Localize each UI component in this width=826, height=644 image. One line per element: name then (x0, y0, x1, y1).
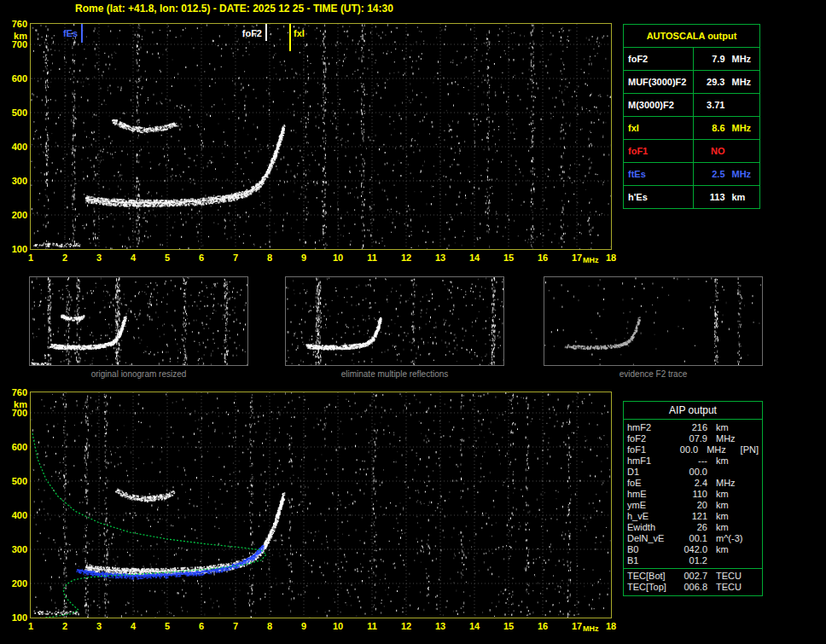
autoscala-table-row: fxI8.6MHz (624, 116, 759, 139)
aip-table-row: Ewidth26km (627, 522, 759, 533)
axis-tick-label: km (2, 399, 27, 409)
aip-name: TEC[Bot] (627, 571, 675, 582)
autoscala-table-row: foF1NO (624, 139, 759, 162)
axis-tick-label: 2 (56, 252, 73, 263)
autoscala-table-row: h'Es113km (624, 185, 759, 208)
aip-value: 216 (675, 422, 707, 433)
aip-name: foE (627, 478, 675, 489)
axis-tick-label: 10 (329, 252, 346, 263)
axis-tick-label: 14 (466, 252, 483, 263)
svg-text:fEs: fEs (63, 28, 78, 38)
aip-table-row: B0042.0km (627, 544, 759, 555)
axis-tick-label: 4 (125, 252, 142, 263)
axis-tick-label: 760 (2, 387, 27, 397)
aip-unit: km (716, 511, 750, 522)
aip-table-row: D100.0 (627, 467, 759, 478)
aip-name: Ewidth (627, 522, 675, 533)
aip-unit: TECU (716, 582, 750, 593)
parameter-label: fxI (624, 117, 694, 139)
axis-tick-label: 8 (261, 252, 278, 263)
parameter-label: foF1 (624, 140, 694, 162)
autoscala-app-screen: Rome (lat: +41.8, lon: 012.5) - DATE: 20… (0, 0, 826, 644)
svg-text:fxI: fxI (294, 28, 305, 38)
parameter-value: 7.9MHz (694, 48, 759, 70)
aip-value: --- (675, 455, 707, 467)
aip-table-row: foF207.9MHz (627, 433, 759, 444)
aip-name: B1 (627, 555, 675, 566)
parameter-value: 2.5MHz (694, 163, 759, 185)
axis-tick-label: 200 (2, 210, 27, 220)
axis-tick-label: 18 (602, 621, 620, 631)
axis-tick-label: 16 (534, 621, 551, 631)
aip-table-row: B101.2 (627, 555, 759, 566)
parameter-value: 29.3MHz (694, 71, 759, 93)
axis-tick-label: 12 (398, 621, 415, 631)
aip-name: TEC[Top] (627, 582, 675, 593)
aip-name: foF1 (627, 444, 670, 455)
parameter-label: ftEs (624, 163, 694, 185)
aip-unit: km (716, 422, 750, 433)
aip-value: 26 (675, 522, 707, 533)
aip-unit: km (716, 522, 750, 533)
aip-table-row: foF100.0MHz[PN] (627, 444, 759, 455)
aip-value: 07.9 (675, 433, 707, 444)
axis-tick-label: 7 (227, 252, 244, 263)
autoscala-table-rows: foF27.9MHzMUF(3000)F229.3MHzM(3000)F23.7… (624, 48, 759, 208)
axis-tick-label: 300 (2, 544, 27, 554)
aip-tec-divider (624, 568, 762, 569)
aip-unit (716, 555, 750, 566)
axis-tick-label: 12 (398, 252, 415, 263)
aip-name: DelN_vE (627, 533, 675, 544)
autoscala-table-title: AUTOSCALA output (624, 25, 759, 48)
parameter-value: 8.6MHz (694, 117, 759, 139)
svg-text:foF2: foF2 (242, 28, 262, 38)
axis-tick-label: 13 (432, 621, 449, 631)
aip-value: 00.1 (675, 533, 707, 544)
axis-tick-label: 6 (193, 621, 210, 631)
aip-name: D1 (627, 467, 675, 478)
ionogram-inversion-plot (30, 392, 612, 618)
axis-tick-label: 2 (56, 621, 73, 631)
axis-tick-label: 600 (2, 442, 27, 452)
axis-tick-label: 9 (295, 621, 312, 631)
parameter-label: MUF(3000)F2 (624, 71, 694, 93)
aip-name: h_vE (627, 511, 675, 522)
aip-name: hmF2 (627, 422, 675, 433)
axis-tick-label: 500 (2, 107, 27, 118)
axis-tick-label: 1 (22, 252, 39, 263)
axis-tick-label: 4 (125, 621, 142, 631)
axis-tick-label: 9 (295, 252, 312, 263)
aip-value: 2.4 (675, 478, 707, 489)
thumbnail-caption-cleaned: eliminate multiple reflections (285, 369, 504, 379)
autoscala-output-table: AUTOSCALA output foF27.9MHzMUF(3000)F229… (623, 24, 760, 209)
aip-name: B0 (627, 544, 675, 555)
aip-table-row: hmE110km (627, 489, 759, 500)
axis-tick-label: km (2, 31, 27, 41)
aip-value: 002.7 (675, 571, 707, 582)
aip-value: 00.0 (670, 444, 699, 455)
aip-value: 00.0 (675, 467, 707, 478)
aip-unit: km (716, 455, 750, 467)
axis-tick-label: 400 (2, 142, 27, 152)
thumbnail-original-ionogram (29, 276, 248, 366)
parameter-value: NO (694, 140, 759, 162)
parameter-label: foF2 (624, 48, 694, 70)
autoscala-table-row: foF27.9MHz (624, 48, 759, 70)
autoscala-table-row: ftEs2.5MHz (624, 162, 759, 185)
ionogram-main-plot: fEsfoF2fxI (30, 23, 612, 250)
aip-name: foF2 (627, 433, 675, 444)
page-title: Rome (lat: +41.8, lon: 012.5) - DATE: 20… (75, 3, 393, 15)
axis-tick-label: MHz (583, 255, 605, 265)
aip-table-rows: hmF2216kmfoF207.9MHzfoF100.0MHz[PN]hmF1-… (627, 422, 759, 566)
thumbnail-caption-original: original ionogram resized (29, 369, 248, 379)
axis-tick-label: 760 (2, 19, 27, 29)
thumbnail-caption-evidence: evidence F2 trace (544, 369, 763, 379)
aip-table-row: TEC[Top]006.8TECU (627, 582, 759, 593)
aip-value: 110 (675, 489, 707, 500)
axis-tick-label: 14 (466, 621, 483, 631)
aip-output-table: AIP output hmF2216kmfoF207.9MHzfoF100.0M… (623, 401, 763, 596)
parameter-value: 3.71 (694, 94, 759, 116)
aip-tec-rows: TEC[Bot]002.7TECUTEC[Top]006.8TECU (627, 571, 759, 593)
axis-tick-label: 15 (500, 252, 517, 263)
axis-tick-label: 11 (364, 252, 381, 263)
